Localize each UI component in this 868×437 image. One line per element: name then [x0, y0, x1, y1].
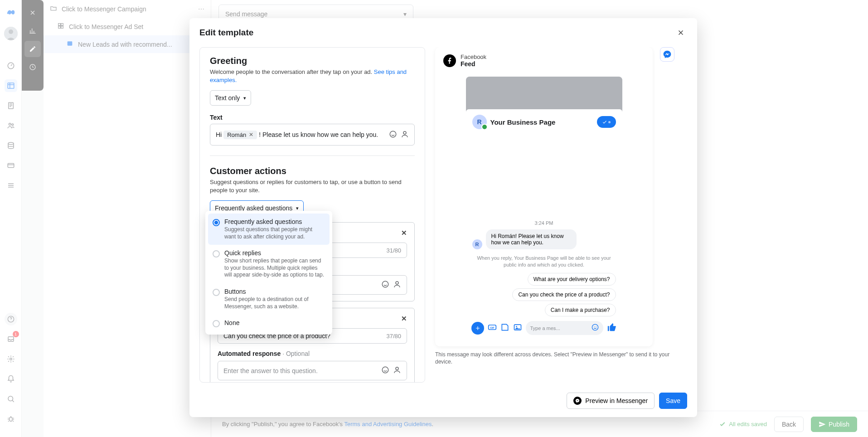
- radio-icon: [213, 320, 220, 327]
- qr-option: What are your delivery options?: [528, 273, 616, 286]
- phone-frame: R Your Business Page 3:24 PM: [466, 77, 622, 340]
- dropdown-option-buttons[interactable]: Buttons Send people to a destination out…: [208, 283, 330, 315]
- radio-icon: [213, 219, 220, 226]
- chip-remove-icon[interactable]: ✕: [249, 131, 253, 138]
- radio-icon: [213, 289, 220, 296]
- modal-close-icon[interactable]: [674, 26, 687, 39]
- dropdown-option-none[interactable]: None: [208, 315, 330, 332]
- q-remove-icon[interactable]: ✕: [401, 315, 407, 323]
- actions-heading: Customer actions: [210, 166, 415, 176]
- emoji-icon[interactable]: [381, 280, 389, 290]
- greeting-heading: Greeting: [210, 56, 415, 66]
- chat-input-bar: GIF Type a mes...: [466, 316, 622, 340]
- svg-point-22: [382, 281, 388, 287]
- emoji-icon[interactable]: [381, 366, 389, 375]
- greeting-format-select[interactable]: Text only ▾: [210, 90, 251, 106]
- dropdown-option-quick-replies[interactable]: Quick replies Show short replies that pe…: [208, 245, 330, 283]
- thumb-icon: [607, 322, 617, 334]
- svg-point-20: [390, 131, 396, 137]
- char-count: 37/80: [386, 333, 401, 340]
- facebook-logo-icon: [443, 54, 456, 67]
- qr-option: Can you check the price of a product?: [512, 288, 616, 301]
- messenger-action-icon: [597, 116, 616, 128]
- modal-title: Edit template: [199, 28, 253, 38]
- caret-down-icon: ▾: [243, 95, 246, 101]
- messenger-channel-icon[interactable]: [660, 47, 674, 62]
- preview-column: Facebook Feed R Your Business Page: [425, 47, 687, 383]
- page-name: Your Business Page: [490, 118, 556, 126]
- svg-point-25: [396, 367, 398, 370]
- feed-preview-card: Facebook Feed R Your Business Page: [435, 47, 653, 346]
- chat-header: R Your Business Page: [466, 109, 622, 135]
- person-icon[interactable]: [393, 366, 401, 375]
- actions-type-dropdown: Frequently asked questions Suggest quest…: [205, 211, 332, 335]
- greeting-text-input[interactable]: Hi Román ✕ ! Please let us know how we c…: [210, 124, 415, 146]
- radio-icon: [213, 250, 220, 257]
- dropdown-option-faq[interactable]: Frequently asked questions Suggest quest…: [208, 214, 330, 245]
- greeting-section: Greeting Welcome people to the conversat…: [210, 56, 415, 146]
- char-count: 31/80: [386, 247, 401, 254]
- actions-desc: Suggest questions or replies for custome…: [210, 178, 415, 194]
- q-remove-icon[interactable]: ✕: [401, 229, 407, 237]
- text-label: Text: [210, 114, 415, 121]
- person-icon[interactable]: [393, 280, 401, 290]
- timestamp: 3:24 PM: [466, 220, 622, 226]
- qr-option: Can I make a purchase?: [545, 304, 616, 316]
- image-icon: [513, 323, 522, 333]
- svg-text:GIF: GIF: [490, 326, 495, 329]
- modal-footer: Preview in Messenger Save: [189, 387, 697, 417]
- preview-in-messenger-button[interactable]: Preview in Messenger: [567, 393, 655, 409]
- name-chip[interactable]: Román ✕: [223, 131, 257, 139]
- svg-point-24: [382, 367, 388, 373]
- plus-icon: [471, 322, 484, 335]
- svg-point-23: [396, 282, 398, 284]
- messenger-icon: [573, 397, 582, 405]
- person-icon[interactable]: [401, 130, 409, 140]
- preview-feed: Feed: [461, 60, 486, 68]
- caret-down-icon: ▾: [296, 205, 299, 211]
- save-button[interactable]: Save: [659, 393, 687, 409]
- svg-point-21: [403, 131, 406, 134]
- ar-input[interactable]: Enter the answer to this question.: [218, 361, 407, 380]
- greeting-desc: Welcome people to the conversation after…: [210, 68, 415, 84]
- preview-note: This message may look different across d…: [435, 351, 671, 365]
- gif-icon: GIF: [488, 323, 497, 333]
- privacy-disclaimer: When you reply, Your Business Page will …: [466, 253, 622, 273]
- preview-brand: Facebook: [461, 53, 486, 60]
- emoji-icon: [592, 324, 599, 332]
- svg-point-30: [592, 324, 598, 330]
- sticker-icon: [500, 323, 509, 333]
- emoji-icon[interactable]: [389, 130, 397, 140]
- svg-point-32: [596, 326, 596, 327]
- greeting-bubble: R Hi Román! Please let us know how we ca…: [466, 229, 622, 253]
- quick-replies: What are your delivery options? Can you …: [466, 273, 622, 316]
- svg-point-29: [516, 326, 517, 327]
- page-avatar: R: [472, 115, 487, 129]
- svg-point-31: [594, 326, 594, 327]
- message-field: Type a mes...: [526, 321, 603, 335]
- ar-label: Automated response · Optional: [218, 350, 407, 357]
